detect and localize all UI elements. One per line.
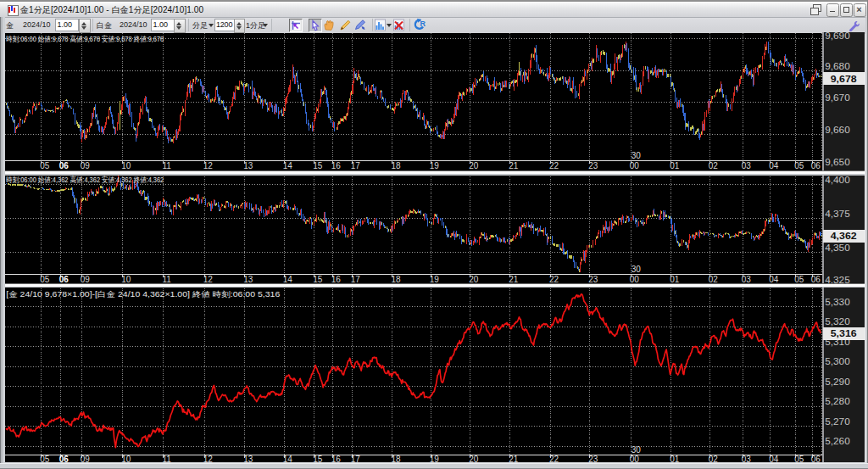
svg-text:11: 11 — [163, 274, 172, 283]
svg-text:9,660: 9,660 — [825, 126, 850, 135]
svg-text:15: 15 — [313, 161, 323, 170]
svg-text:時刻:06:00 始値:4,362 高値:4,362 安値:: 時刻:06:00 始値:4,362 高値:4,362 安値:4,362 終値:4… — [6, 175, 164, 183]
svg-text:22: 22 — [549, 455, 559, 463]
svg-text:05: 05 — [794, 455, 804, 463]
svg-text:04: 04 — [769, 274, 779, 283]
svg-text:04: 04 — [769, 161, 779, 170]
svg-text:00: 00 — [630, 161, 640, 170]
svg-text:9,680: 9,680 — [825, 62, 850, 71]
svg-text:22: 22 — [549, 161, 559, 170]
svg-text:02: 02 — [709, 274, 719, 283]
svg-text:5,270: 5,270 — [825, 417, 850, 427]
svg-text:01: 01 — [670, 274, 680, 283]
svg-text:05: 05 — [794, 274, 804, 283]
svg-text:06: 06 — [59, 161, 70, 170]
svg-text:5,260: 5,260 — [825, 437, 850, 446]
svg-text:18: 18 — [391, 274, 401, 283]
svg-text:12: 12 — [203, 274, 214, 283]
svg-text:4,375: 4,375 — [825, 209, 850, 219]
svg-text:23: 23 — [588, 274, 598, 283]
svg-text:10: 10 — [121, 455, 131, 463]
svg-text:時刻:06:00 始値:9,678 高値:9,678 安値:: 時刻:06:00 始値:9,678 高値:9,678 安値:9,678 終値:9… — [6, 35, 164, 43]
svg-text:18: 18 — [391, 455, 401, 463]
svg-text:02: 02 — [709, 161, 719, 170]
svg-text:09: 09 — [81, 274, 91, 283]
svg-text:30: 30 — [632, 444, 642, 454]
svg-text:R: R — [420, 20, 426, 28]
svg-text:9,670: 9,670 — [825, 93, 850, 103]
svg-text:11: 11 — [163, 161, 172, 170]
svg-text:20: 20 — [469, 455, 479, 463]
svg-text:06: 06 — [811, 274, 821, 283]
svg-text:06: 06 — [59, 274, 70, 283]
svg-text:20: 20 — [469, 161, 479, 170]
svg-text:01: 01 — [670, 161, 680, 170]
svg-text:9,690: 9,690 — [825, 32, 850, 41]
svg-text:16: 16 — [331, 161, 342, 170]
svg-text:17: 17 — [351, 455, 361, 463]
svg-text:21: 21 — [509, 455, 519, 463]
svg-text:21: 21 — [509, 161, 519, 170]
svg-text:16: 16 — [331, 274, 342, 283]
svg-text:12: 12 — [203, 455, 214, 463]
svg-text:16: 16 — [331, 455, 342, 463]
svg-text:01: 01 — [670, 455, 680, 463]
svg-text:10: 10 — [121, 161, 131, 170]
svg-text:05: 05 — [40, 161, 50, 170]
svg-text:06: 06 — [811, 161, 821, 170]
svg-text:14: 14 — [283, 274, 293, 283]
svg-text:09: 09 — [81, 161, 91, 170]
svg-text:5,280: 5,280 — [825, 397, 850, 406]
svg-text:5,330: 5,330 — [825, 298, 850, 307]
svg-text:17: 17 — [351, 161, 361, 170]
svg-text:03: 03 — [742, 274, 752, 283]
svg-text:15: 15 — [313, 455, 323, 463]
svg-text:13: 13 — [243, 274, 253, 283]
svg-text:5,300: 5,300 — [825, 357, 850, 366]
svg-text:23: 23 — [588, 455, 598, 463]
svg-text:12: 12 — [203, 161, 214, 170]
svg-text:02: 02 — [709, 455, 719, 463]
svg-text:18: 18 — [391, 161, 401, 170]
svg-text:10: 10 — [121, 274, 131, 283]
svg-text:19: 19 — [430, 161, 440, 170]
svg-text:4,400: 4,400 — [825, 176, 850, 185]
svg-text:23: 23 — [588, 161, 598, 170]
svg-text:06: 06 — [811, 455, 821, 463]
svg-text:[金 24/10 9,678×1.00]-[白金 24/10: [金 24/10 9,678×1.00]-[白金 24/10 4,362×1.0… — [6, 289, 280, 298]
svg-text:13: 13 — [243, 161, 253, 170]
svg-text:00: 00 — [630, 455, 640, 463]
svg-text:15: 15 — [313, 274, 323, 283]
svg-text:03: 03 — [742, 161, 752, 170]
svg-text:14: 14 — [283, 455, 293, 463]
svg-text:22: 22 — [549, 274, 559, 283]
svg-text:06: 06 — [59, 455, 70, 463]
svg-text:4,350: 4,350 — [825, 243, 850, 253]
svg-text:09: 09 — [81, 455, 91, 463]
svg-text:20: 20 — [469, 274, 479, 283]
svg-text:4,362: 4,362 — [831, 231, 857, 241]
svg-text:11: 11 — [163, 455, 172, 463]
svg-text:30: 30 — [632, 151, 642, 160]
svg-text:14: 14 — [283, 161, 293, 170]
svg-text:9,650: 9,650 — [825, 158, 850, 167]
svg-text:05: 05 — [40, 274, 50, 283]
svg-text:9,678: 9,678 — [831, 74, 857, 84]
svg-text:5,316: 5,316 — [831, 328, 857, 338]
svg-text:05: 05 — [794, 161, 804, 170]
svg-text:30: 30 — [632, 264, 642, 273]
svg-text:04: 04 — [769, 455, 779, 463]
svg-text:19: 19 — [430, 455, 440, 463]
svg-text:5,320: 5,320 — [825, 317, 850, 327]
svg-text:5,290: 5,290 — [825, 377, 850, 387]
svg-text:03: 03 — [742, 455, 752, 463]
svg-text:13: 13 — [243, 455, 253, 463]
svg-text:17: 17 — [351, 274, 361, 283]
svg-text:21: 21 — [509, 274, 519, 283]
svg-text:05: 05 — [40, 455, 50, 463]
svg-text:19: 19 — [430, 274, 440, 283]
svg-text:00: 00 — [630, 274, 640, 283]
